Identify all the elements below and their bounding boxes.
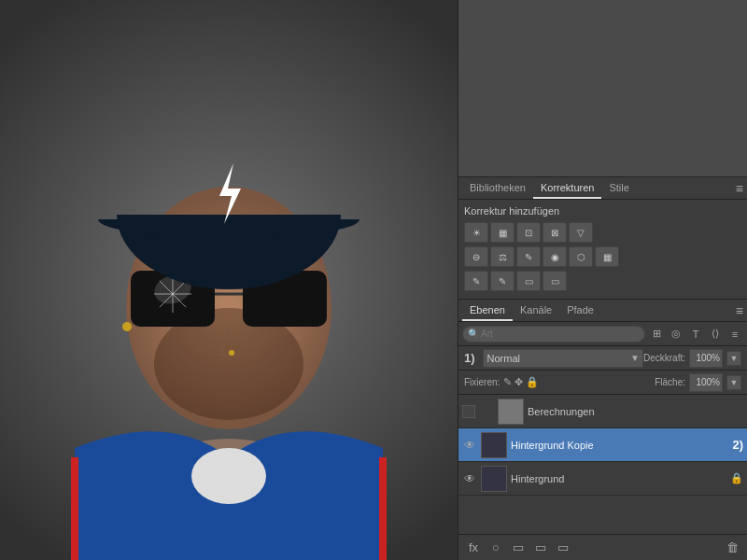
- tab-korrekturen[interactable]: Korrekturen: [533, 178, 601, 199]
- search-icon: 🔍: [468, 329, 479, 339]
- annotation-2: 2): [732, 438, 743, 452]
- layers-panel-collapse-icon[interactable]: ≡: [736, 303, 743, 318]
- photo-filter-icon[interactable]: ✎: [516, 246, 541, 267]
- layer-filter-icon[interactable]: ◎: [668, 326, 684, 343]
- flaeche-arrow-btn[interactable]: ▼: [726, 375, 741, 390]
- opacity-arrow-btn[interactable]: ▼: [726, 351, 741, 366]
- tab-kanaele[interactable]: Kanäle: [513, 301, 559, 321]
- panel-collapse-icon[interactable]: ≡: [736, 181, 743, 196]
- posterize-icon[interactable]: ✎: [490, 271, 514, 291]
- selective-color-icon[interactable]: ⬡: [569, 246, 593, 267]
- levels-icon[interactable]: ▦: [490, 222, 514, 243]
- channel-mixer-icon[interactable]: ◉: [543, 246, 567, 267]
- curves-icon[interactable]: ⊡: [516, 222, 541, 243]
- flaeche-label: Fläche:: [655, 377, 685, 387]
- opacity-input[interactable]: [689, 349, 723, 368]
- layer-name-berechnungen: Berechnungen: [528, 406, 743, 417]
- korrekturen-title: Korrektur hinzufügen: [464, 205, 741, 217]
- blend-mode-select[interactable]: Normal Multiplizieren Negativ multiplizi…: [483, 349, 644, 368]
- opacity-label: Deckkraft:: [643, 353, 685, 363]
- layer-name-hintergrund: Hintergrund: [511, 473, 726, 484]
- brightness-icon[interactable]: ☀: [464, 222, 488, 243]
- layer-visibility-berechnungen[interactable]: 👁: [479, 405, 494, 418]
- layer-kind-icon[interactable]: ⊞: [648, 326, 665, 343]
- flaeche-input[interactable]: [689, 373, 723, 392]
- korrekturen-icons-row2: ⊖ ⚖ ✎ ◉ ⬡ ▦: [464, 246, 741, 267]
- layer-item-hintergrund-kopie[interactable]: 👁 Hintergrund Kopie 2): [458, 428, 747, 462]
- fix-lock-icon[interactable]: 🔒: [526, 376, 539, 388]
- black-white-icon[interactable]: ▭: [543, 271, 567, 291]
- layers-tabs: Ebenen Kanäle Pfade ≡: [458, 300, 747, 322]
- new-adjustment-button[interactable]: ○: [486, 539, 505, 557]
- delete-layer-button[interactable]: 🗑: [723, 539, 741, 557]
- threshold-icon[interactable]: ▦: [595, 246, 619, 267]
- gradient-icon[interactable]: ▽: [569, 222, 593, 243]
- fix-move-icon[interactable]: ✥: [514, 376, 523, 388]
- layer-text-icon[interactable]: T: [687, 326, 704, 343]
- tab-stile[interactable]: Stile: [601, 178, 636, 199]
- layer-name-hintergrund-kopie: Hintergrund Kopie: [511, 440, 728, 451]
- fix-label: Fixieren:: [464, 377, 500, 387]
- layer-item-berechnungen[interactable]: 👁 Berechnungen: [458, 395, 747, 428]
- layer-thumb-hintergrund-kopie: [481, 432, 507, 458]
- layer-adjust-icon[interactable]: ⟨⟩: [707, 326, 724, 343]
- photo-canvas: [0, 0, 458, 560]
- fix-icons: ✎ ✥ 🔒: [503, 376, 539, 388]
- vibrance-icon[interactable]: ▭: [516, 271, 541, 291]
- tab-bibliotheken[interactable]: Bibliotheken: [462, 178, 533, 199]
- tab-ebenen[interactable]: Ebenen: [462, 301, 513, 321]
- layer-thumb-hintergrund: [481, 466, 507, 492]
- top-empty-area: [458, 0, 747, 177]
- fx-button[interactable]: fx: [464, 539, 483, 557]
- layers-toolbar: 🔍 ⊞ ◎ T ⟨⟩ ≡: [458, 322, 747, 346]
- layer-visibility-hintergrund-kopie[interactable]: 👁: [462, 439, 477, 452]
- tab-pfade[interactable]: Pfade: [559, 301, 601, 321]
- layer-thumb-berechnungen: [498, 399, 524, 425]
- adjustment-tabs: Bibliotheken Korrekturen Stile ≡: [458, 177, 747, 200]
- invert-icon[interactable]: ✎: [464, 271, 488, 291]
- mask-button[interactable]: ▭: [509, 539, 528, 557]
- bottom-bar: fx ○ ▭ ▭ ▭ 🗑: [458, 534, 747, 560]
- layer-lock-icon: 🔒: [730, 472, 743, 484]
- balance-icon[interactable]: ⚖: [490, 246, 514, 267]
- right-panel: Bibliotheken Korrekturen Stile ≡ Korrekt…: [458, 0, 747, 560]
- exposure-icon[interactable]: ⊠: [543, 222, 567, 243]
- layer-menu-icon[interactable]: ≡: [726, 326, 743, 343]
- blend-mode-row: 1) Normal Multiplizieren Negativ multipl…: [458, 346, 747, 371]
- layer-search-input[interactable]: [481, 329, 640, 339]
- annotation-1: 1): [464, 351, 475, 365]
- layer-search-box[interactable]: 🔍: [462, 326, 645, 343]
- korrekturen-icons-row3: ✎ ✎ ▭ ▭: [464, 271, 741, 291]
- korrekturen-panel: Korrektur hinzufügen ☀ ▦ ⊡ ⊠ ▽ ⊖ ⚖ ✎ ◉ ⬡…: [458, 200, 747, 300]
- layer-item-hintergrund[interactable]: 👁 Hintergrund 🔒: [458, 462, 747, 496]
- hue-icon[interactable]: ⊖: [464, 246, 488, 267]
- layer-visibility-hintergrund[interactable]: 👁: [462, 472, 477, 485]
- fix-draw-icon[interactable]: ✎: [503, 376, 512, 388]
- layers-list: 👁 Berechnungen 👁 Hintergrund Kopie 2) 👁 …: [458, 395, 747, 534]
- new-group-button[interactable]: ▭: [531, 539, 550, 557]
- layer-check-berechnungen[interactable]: [462, 405, 475, 418]
- korrekturen-icons-row1: ☀ ▦ ⊡ ⊠ ▽: [464, 222, 741, 243]
- fix-row: Fixieren: ✎ ✥ 🔒 Fläche: ▼: [458, 371, 747, 395]
- new-layer-button[interactable]: ▭: [554, 539, 572, 557]
